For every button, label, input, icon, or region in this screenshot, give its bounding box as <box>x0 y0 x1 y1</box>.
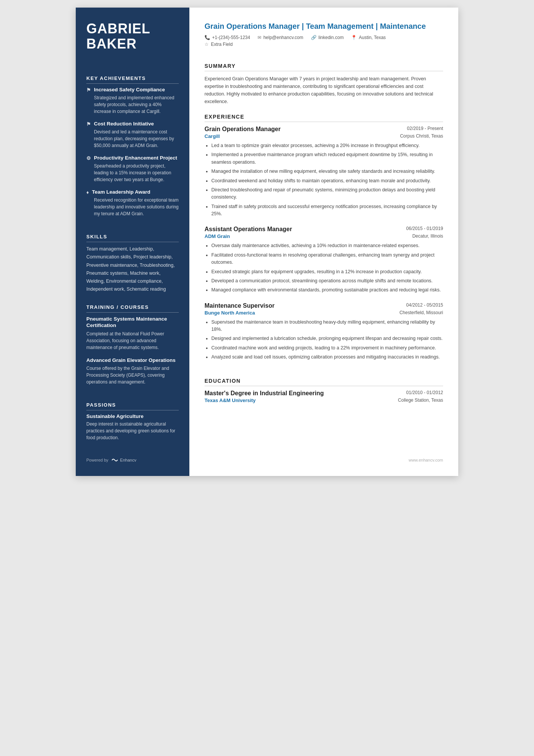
main-title: Grain Operations Manager | Team Manageme… <box>205 21 443 31</box>
passions-section-title: PASSIONS <box>86 402 179 410</box>
bullet-1-3: Managed the installation of new milling … <box>211 168 443 175</box>
skills-text: Team management, Leadership, Communicati… <box>86 245 179 294</box>
achievement-icon-1: ⚑ <box>86 87 91 93</box>
achievements-list: ⚑ Increased Safety Compliance Strategize… <box>86 87 179 223</box>
achievement-title-1: ⚑ Increased Safety Compliance <box>86 87 179 93</box>
achievement-item-3: ⚙ Productivity Enhancement Project Spear… <box>86 155 179 183</box>
training-title-2: Advanced Grain Elevator Operations <box>86 357 179 364</box>
contact-location: 📍 Austin, Texas <box>351 35 386 40</box>
exp-location-2: Decatur, Illinois <box>412 233 443 239</box>
edu-uni-row-1: Texas A&M University College Station, Te… <box>205 398 443 403</box>
bullet-1-6: Trained staff in safety protocols and su… <box>211 203 443 218</box>
achievements-section-title: KEY ACHIEVEMENTS <box>86 75 179 84</box>
training-desc-1: Completed at the National Fluid Power As… <box>86 330 179 351</box>
exp-company-2: ADM Grain <box>205 233 230 239</box>
bullet-1-4: Coordinated weekend and holiday shifts t… <box>211 177 443 185</box>
exp-dates-3: 04/2012 - 05/2015 <box>406 302 443 308</box>
achievement-desc-3: Spearheaded a productivity project, lead… <box>86 163 179 183</box>
contact-email: ✉ help@enhancv.com <box>258 35 303 40</box>
phone-icon: 📞 <box>205 35 210 40</box>
education-section-title: EDUCATION <box>205 378 443 386</box>
training-desc-2: Course offered by the Grain Elevator and… <box>86 365 179 385</box>
passion-item-1: Sustainable Agriculture Deep interest in… <box>86 413 179 441</box>
contact-linkedin: 🔗 linkedin.com <box>311 35 344 40</box>
passions-list: Sustainable Agriculture Deep interest in… <box>86 413 179 446</box>
experience-block-3: Maintenance Supervisor 04/2012 - 05/2015… <box>205 302 443 367</box>
extra-field: Extra Field <box>211 42 233 47</box>
achievement-title-2: ⚑ Cost Reduction Initiative <box>86 121 179 127</box>
training-item-2: Advanced Grain Elevator Operations Cours… <box>86 357 179 386</box>
bullet-2-2: Facilitated cross-functional teams in re… <box>211 252 443 266</box>
footer-website: www.enhancv.com <box>409 458 443 462</box>
achievement-desc-1: Strategized and implemented enhanced saf… <box>86 94 179 115</box>
achievement-icon-4: ♦ <box>86 189 89 195</box>
bullet-3-2: Designed and implemented a lubrication s… <box>211 335 443 342</box>
exp-bullets-2: Oversaw daily maintenance activities, ac… <box>211 242 443 294</box>
edu-university-1: Texas A&M University <box>205 398 256 403</box>
bullet-1-5: Directed troubleshooting and repair of p… <box>211 186 443 201</box>
training-section-title: TRAINING / COURSES <box>86 304 179 313</box>
training-item-1: Pneumatic Systems Maintenance Certificat… <box>86 316 179 351</box>
achievement-item-2: ⚑ Cost Reduction Initiative Devised and … <box>86 121 179 149</box>
summary-text: Experienced Grain Operations Manager wit… <box>205 75 443 105</box>
exp-location-3: Chesterfield, Missouri <box>400 310 443 316</box>
achievement-title-3: ⚙ Productivity Enhancement Project <box>86 155 179 161</box>
contact-phone: 📞 +1-(234)-555-1234 <box>205 35 250 40</box>
experience-block-2: Assistant Operations Manager 06/2015 - 0… <box>205 226 443 300</box>
main-footer: www.enhancv.com <box>205 450 443 462</box>
bullet-2-1: Oversaw daily maintenance activities, ac… <box>211 242 443 249</box>
exp-company-3: Bunge North America <box>205 310 255 316</box>
achievement-desc-2: Devised and led a maintenance cost reduc… <box>86 128 179 149</box>
achievement-icon-3: ⚙ <box>86 155 91 161</box>
linkedin-icon: 🔗 <box>311 35 317 40</box>
exp-job-title-1: Grain Operations Manager <box>205 126 281 133</box>
edu-location-1: College Station, Texas <box>398 398 443 403</box>
bullet-3-3: Coordinated machine work and welding pro… <box>211 344 443 352</box>
bullet-2-3: Executed strategic plans for equipment u… <box>211 268 443 275</box>
bullet-1-2: Implemented a preventive maintenance pro… <box>211 151 443 166</box>
summary-section-title: SUMMARY <box>205 63 443 71</box>
exp-bullets-1: Led a team to optimize grain elevator pr… <box>211 142 443 218</box>
exp-location-1: Corpus Christi, Texas <box>400 133 443 139</box>
enhancv-logo: Enhancv <box>111 458 136 462</box>
exp-header-1: Grain Operations Manager 02/2019 - Prese… <box>205 126 443 133</box>
exp-bullets-3: Supervised the maintenance team in troub… <box>211 319 443 361</box>
achievement-item-1: ⚑ Increased Safety Compliance Strategize… <box>86 87 179 115</box>
edu-header-1: Master's Degree in Industrial Engineerin… <box>205 390 443 397</box>
skills-section-title: SKILLS <box>86 234 179 242</box>
exp-header-2: Assistant Operations Manager 06/2015 - 0… <box>205 226 443 233</box>
exp-company-row-3: Bunge North America Chesterfield, Missou… <box>205 310 443 316</box>
passion-desc-1: Deep interest in sustainable agricultura… <box>86 421 179 441</box>
exp-company-1: Cargill <box>205 133 220 139</box>
experience-section-title: EXPERIENCE <box>205 114 443 122</box>
bullet-2-4: Developed a communication protocol, stre… <box>211 277 443 285</box>
exp-dates-1: 02/2019 - Present <box>407 126 443 131</box>
achievement-item-4: ♦ Team Leadership Award Received recogni… <box>86 189 179 217</box>
sidebar-footer: Powered by Enhancv <box>86 446 179 462</box>
achievement-desc-4: Received recognition for exceptional tea… <box>86 197 179 217</box>
star-icon: ☆ <box>205 42 209 47</box>
exp-company-row-1: Cargill Corpus Christi, Texas <box>205 133 443 139</box>
exp-job-title-3: Maintenance Supervisor <box>205 302 275 309</box>
exp-job-title-2: Assistant Operations Manager <box>205 226 292 233</box>
education-block-1: Master's Degree in Industrial Engineerin… <box>205 390 443 403</box>
bullet-3-1: Supervised the maintenance team in troub… <box>211 319 443 333</box>
training-title-1: Pneumatic Systems Maintenance Certificat… <box>86 316 179 329</box>
achievement-title-4: ♦ Team Leadership Award <box>86 189 179 195</box>
sidebar: GABRIEL BAKER KEY ACHIEVEMENTS ⚑ Increas… <box>76 8 189 476</box>
location-icon: 📍 <box>351 35 357 40</box>
bullet-3-4: Analyzed scale and load cell issues, opt… <box>211 354 443 361</box>
main-header: Grain Operations Manager | Team Manageme… <box>205 21 443 47</box>
edu-degree-1: Master's Degree in Industrial Engineerin… <box>205 390 324 397</box>
edu-dates-1: 01/2010 - 01/2012 <box>406 390 443 395</box>
passion-title-1: Sustainable Agriculture <box>86 413 179 419</box>
bullet-2-5: Managed compliance with environmental st… <box>211 286 443 294</box>
main-content: Grain Operations Manager | Team Manageme… <box>189 8 458 476</box>
candidate-name: GABRIEL BAKER <box>86 21 179 51</box>
exp-company-row-2: ADM Grain Decatur, Illinois <box>205 233 443 239</box>
training-list: Pneumatic Systems Maintenance Certificat… <box>86 316 179 392</box>
achievement-icon-2: ⚑ <box>86 121 91 127</box>
footer-powered-label: Powered by <box>86 458 108 462</box>
email-icon: ✉ <box>258 35 261 40</box>
exp-header-3: Maintenance Supervisor 04/2012 - 05/2015 <box>205 302 443 309</box>
